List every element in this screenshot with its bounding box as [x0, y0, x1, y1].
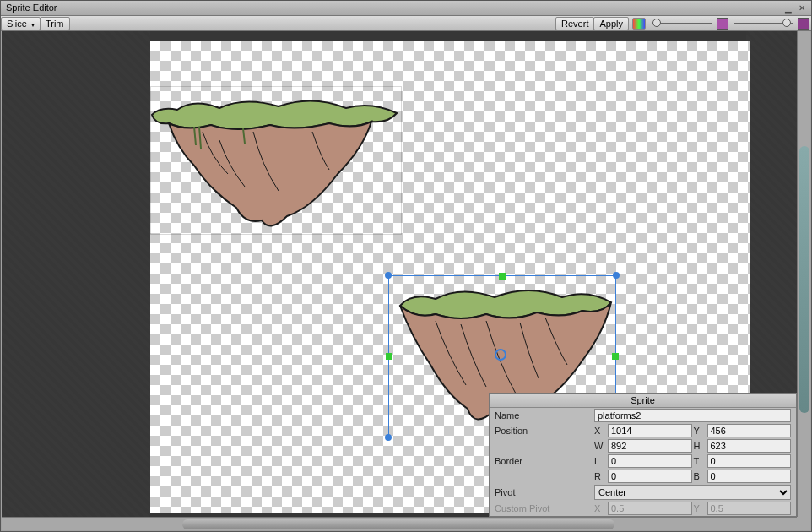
pivot-dropdown[interactable]: Center	[594, 485, 791, 500]
revert-button[interactable]: Revert	[555, 17, 594, 30]
sprite-inspector: Sprite Name Position X Y W H Border	[489, 393, 797, 517]
custom-x-label: X	[594, 503, 606, 513]
border-l-field[interactable]	[608, 454, 692, 468]
border-l-label: L	[594, 456, 606, 466]
selection-handle-l[interactable]	[386, 353, 392, 360]
rgb-icon[interactable]	[632, 18, 646, 30]
slice-button[interactable]: Slice ▾	[1, 17, 41, 30]
custom-y-field	[707, 502, 792, 515]
scrollbar-corner	[797, 517, 810, 530]
selection-handle-bl[interactable]	[385, 434, 392, 441]
pos-x-label: X	[594, 426, 606, 436]
border-b-label: B	[694, 471, 706, 481]
scrollbar-horizontal-thumb[interactable]	[182, 519, 614, 529]
border-t-field[interactable]	[707, 454, 792, 468]
scrollbar-vertical-thumb[interactable]	[799, 146, 809, 413]
border-t-label: T	[694, 456, 706, 466]
border-r-field[interactable]	[608, 470, 692, 483]
selection-handle-r[interactable]	[612, 353, 619, 360]
slice-label: Slice	[7, 19, 27, 29]
custom-pivot-label: Custom Pivot	[495, 503, 594, 513]
custom-x-field	[608, 502, 692, 515]
sprite-island-1	[143, 90, 409, 242]
pos-y-field[interactable]	[707, 424, 792, 437]
alpha-slider-thumb[interactable]	[652, 19, 661, 27]
pos-h-label: H	[694, 441, 706, 451]
pivot-label: Pivot	[495, 487, 594, 497]
title-bar: Sprite Editor ▁ ✕	[1, 1, 811, 16]
chevron-down-icon: ▾	[31, 21, 35, 29]
minimize-icon[interactable]: ▁	[782, 2, 794, 14]
alpha-slider[interactable]	[652, 18, 712, 30]
inspector-header: Sprite	[490, 394, 796, 408]
apply-button[interactable]: Apply	[593, 17, 629, 30]
pos-y-label: Y	[694, 426, 706, 436]
position-label: Position	[495, 426, 594, 436]
selection-handle-tl[interactable]	[385, 272, 392, 279]
pivot-handle[interactable]	[495, 349, 506, 361]
swatch-b[interactable]	[798, 18, 809, 30]
close-icon[interactable]: ✕	[796, 2, 808, 14]
pos-x-field[interactable]	[608, 424, 692, 437]
trim-button[interactable]: Trim	[40, 17, 70, 30]
pos-w-field[interactable]	[608, 439, 692, 453]
scrollbar-vertical[interactable]	[797, 31, 810, 517]
mip-slider-thumb[interactable]	[782, 19, 791, 27]
name-field[interactable]	[594, 409, 791, 422]
selection-handle-tr[interactable]	[613, 272, 620, 279]
selection-handle-t[interactable]	[499, 273, 506, 280]
swatch-a[interactable]	[717, 18, 728, 30]
toolbar: Slice ▾ Trim Revert Apply	[1, 16, 811, 31]
pos-w-label: W	[594, 441, 606, 451]
border-b-field[interactable]	[707, 470, 792, 483]
window-title: Sprite Editor	[6, 3, 57, 13]
scrollbar-horizontal[interactable]	[2, 517, 797, 530]
pos-h-field[interactable]	[707, 439, 792, 453]
canvas-bg-left	[2, 31, 150, 517]
name-label: Name	[495, 410, 594, 421]
border-label: Border	[495, 456, 594, 466]
mip-slider[interactable]	[734, 18, 793, 30]
custom-y-label: Y	[694, 503, 706, 513]
border-r-label: R	[594, 471, 606, 481]
